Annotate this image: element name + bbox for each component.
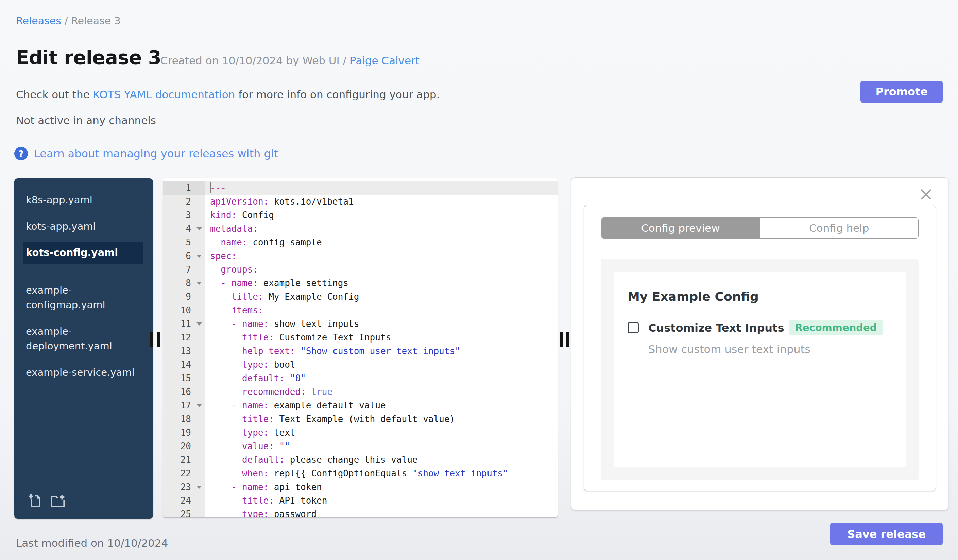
yaml-editor[interactable]: 1---2apiVersion: kots.io/v1beta13kind: C… [163,179,558,517]
recommended-badge: Recommended [789,320,882,335]
line-number: 5 [163,236,205,249]
code-text: title: API token [205,494,558,507]
fold-arrow-icon[interactable] [197,486,202,489]
promote-button[interactable]: Promote [860,81,943,103]
line-number: 13 [163,344,205,358]
file-item-example-deployment.yaml[interactable]: example-deployment.yaml [23,321,143,357]
code-line-23[interactable]: 23 - name: api_token [163,480,558,494]
new-folder-icon[interactable] [50,494,65,510]
code-text: - name: example_default_value [205,399,558,412]
code-line-16[interactable]: 16 recommended: true [163,385,558,399]
file-item-kots-app.yaml[interactable]: kots-app.yaml [23,216,143,237]
fold-arrow-icon[interactable] [197,282,202,285]
author-link[interactable]: Paige Calvert [350,54,420,66]
code-text: metadata: [205,222,558,236]
save-release-button[interactable]: Save release [830,523,943,546]
preview-body: My Example Config Customize Text InputsR… [601,259,918,480]
code-line-25[interactable]: 25 type: password [163,507,558,517]
line-number: 18 [163,412,205,426]
config-item-help: Show custom user text inputs [648,343,892,356]
last-modified-text: Last modified on 10/10/2024 [16,537,168,549]
created-on-text: Created on 10/10/2024 by Web UI / [160,54,350,66]
line-number: 7 [163,263,205,276]
breadcrumb-separator: / [61,15,71,27]
code-line-4[interactable]: 4metadata: [163,222,558,236]
config-card: My Example Config Customize Text InputsR… [614,272,906,467]
file-item-example-service.yaml[interactable]: example-service.yaml [23,362,143,384]
preview-inner-box: Config previewConfig help My Example Con… [584,205,936,491]
code-line-14[interactable]: 14 type: bool [163,358,558,372]
preview-tabs: Config previewConfig help [601,217,918,239]
line-number: 21 [163,453,205,467]
code-text: title: Customize Text Inputs [205,331,558,344]
code-line-1[interactable]: 1--- [163,181,558,195]
code-line-17[interactable]: 17 - name: example_default_value [163,399,558,412]
code-line-5[interactable]: 5 name: config-sample [163,236,558,249]
close-icon[interactable] [919,187,933,201]
breadcrumb-releases-link[interactable]: Releases [16,15,61,27]
code-text: default: please change this value [205,453,558,467]
code-line-20[interactable]: 20 value: "" [163,439,558,453]
file-list: k8s-app.yamlkots-app.yamlkots-config.yam… [14,189,153,383]
code-line-3[interactable]: 3kind: Config [163,208,558,222]
page-title: Edit release 3 [16,46,161,68]
code-line-2[interactable]: 2apiVersion: kots.io/v1beta1 [163,195,558,208]
docs-hint: Check out the KOTS YAML documentation fo… [16,89,439,101]
line-number: 22 [163,467,205,480]
sidebar-divider [23,270,143,270]
code-text: groups: [205,263,558,276]
code-text: type: bool [205,358,558,372]
file-item-example-configmap.yaml[interactable]: example-configmap.yaml [23,280,143,316]
code-line-11[interactable]: 11 - name: show_text_inputs [163,317,558,331]
line-number: 4 [163,222,205,236]
breadcrumb: Releases / Release 3 [16,15,121,27]
new-file-icon[interactable] [28,494,43,510]
code-line-15[interactable]: 15 default: "0" [163,372,558,385]
channel-status: Not active in any channels [16,114,156,127]
sidebar-resize-handle[interactable] [150,332,160,347]
customize-text-inputs-checkbox[interactable] [628,322,639,333]
code-line-24[interactable]: 24 title: API token [163,494,558,507]
line-number: 6 [163,249,205,263]
code-line-13[interactable]: 13 help_text: "Show custom user text inp… [163,344,558,358]
code-text: spec: [205,249,558,263]
editor-resize-handle[interactable] [560,332,570,347]
code-text: items: [205,304,558,317]
file-item-kots-config.yaml[interactable]: kots-config.yaml [23,242,143,264]
code-line-19[interactable]: 19 type: text [163,426,558,439]
config-item-label: Customize Text Inputs [648,321,784,334]
code-line-7[interactable]: 7 groups: [163,263,558,276]
fold-arrow-icon[interactable] [197,323,202,326]
text-cursor [210,182,211,193]
code-line-6[interactable]: 6spec: [163,249,558,263]
config-group-title: My Example Config [628,289,892,304]
line-number: 20 [163,439,205,453]
kots-docs-link[interactable]: KOTS YAML documentation [93,89,235,101]
code-text: when: repl{{ ConfigOptionEquals "show_te… [205,467,558,480]
line-number: 15 [163,372,205,385]
question-circle-icon: ? [14,147,28,160]
code-line-10[interactable]: 10 items: [163,304,558,317]
learn-git-link[interactable]: Learn about managing your releases with … [34,147,278,160]
config-item-row: Customize Text InputsRecommended [628,320,892,335]
tab-config-preview[interactable]: Config preview [601,218,760,238]
file-item-k8s-app.yaml[interactable]: k8s-app.yaml [23,189,143,211]
code-line-18[interactable]: 18 title: Text Example (with default val… [163,412,558,426]
tab-config-help[interactable]: Config help [760,218,918,238]
fold-arrow-icon[interactable] [197,227,202,230]
learn-row: ? Learn about managing your releases wit… [14,147,278,160]
code-text: recommended: true [205,385,558,399]
line-number: 2 [163,195,205,208]
code-line-22[interactable]: 22 when: repl{{ ConfigOptionEquals "show… [163,467,558,480]
code-line-8[interactable]: 8 - name: example_settings [163,276,558,290]
code-text: help_text: "Show custom user text inputs… [205,344,558,358]
fold-arrow-icon[interactable] [197,255,202,258]
fold-arrow-icon[interactable] [197,404,202,407]
code-line-12[interactable]: 12 title: Customize Text Inputs [163,331,558,344]
code-text: title: My Example Config [205,290,558,304]
line-number: 11 [163,317,205,331]
code-line-9[interactable]: 9 title: My Example Config [163,290,558,304]
release-meta: Created on 10/10/2024 by Web UI / Paige … [160,54,420,66]
code-text: default: "0" [205,372,558,385]
code-line-21[interactable]: 21 default: please change this value [163,453,558,467]
